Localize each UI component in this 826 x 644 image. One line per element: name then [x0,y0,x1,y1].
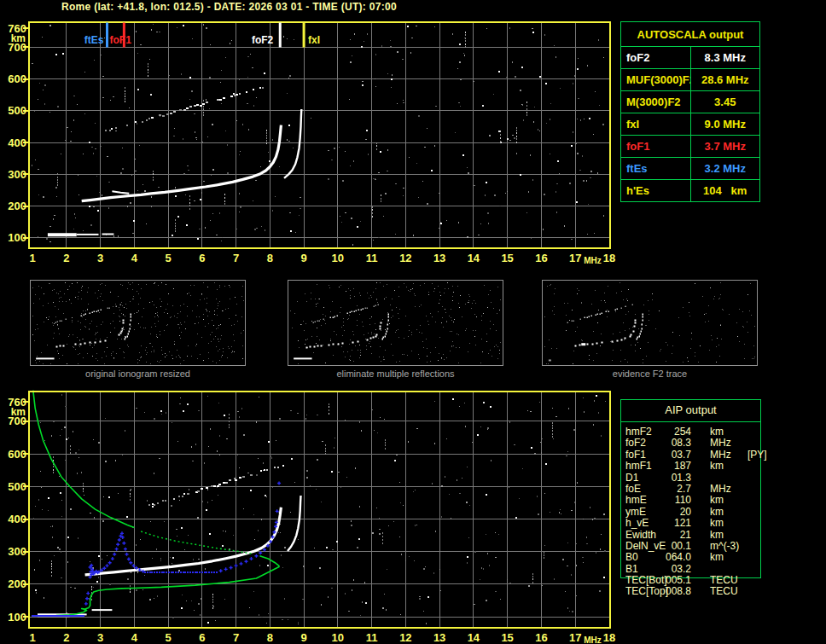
autoscala-row-MUF(3000)F2: MUF(3000)F228.6 MHz [621,69,760,91]
autoscala-row-ftEs: ftEs3.2 MHz [621,158,760,180]
svg-text:MHz: MHz [584,256,602,265]
aip-row-TEC[Top]: TEC[Top]008.8TECU [625,586,822,597]
aip-header-divider [621,421,760,422]
svg-text:18: 18 [603,631,615,644]
thumbnail-original [31,281,246,366]
svg-text:4: 4 [131,631,138,644]
autoscala-row-foF2: foF28.3 MHz [621,47,760,69]
top-ionogram-plot: 100200300400500600700760km12345678910111… [8,22,615,265]
autoscala-output-table: AUTOSCALA output foF28.3 MHzMUF(3000)F22… [620,21,760,202]
aip-row-foE: foE2.7MHz [625,484,822,495]
aip-row-h_vE: h_vE121km [625,518,822,529]
svg-text:2: 2 [63,252,69,264]
svg-text:600: 600 [8,448,26,461]
aip-row-hmF2: hmF2254km [625,426,822,438]
autoscala-row-foF1: foF13.7 MHz [621,136,760,158]
axis-labels: 100200300400500600700760km12345678910111… [8,22,615,265]
marker-label-fxI: fxI [308,34,320,46]
noise-echoes [32,24,604,246]
autoscala-row-h'Es: h'Es104 km [621,180,760,202]
echo-traces [48,87,301,235]
axis-labels: 100200300400500600700760km12345678910111… [8,396,615,644]
aip-rows: hmF2254kmfoF208.3MHzfoF103.7MHz[PY]hmF11… [625,426,822,598]
aip-row-hmF1: hmF1187km [625,461,822,472]
svg-text:13: 13 [433,252,445,264]
svg-text:3: 3 [97,631,103,644]
svg-text:200: 200 [8,577,26,590]
aip-header: AIP output [620,403,761,416]
svg-text:500: 500 [8,104,26,117]
aip-row-foF1: foF103.7MHz[PY] [625,450,822,461]
svg-text:100: 100 [8,611,26,624]
thumbnail-caption-eliminate: eliminate multiple reflections [288,368,503,379]
svg-text:300: 300 [8,545,26,558]
svg-text:400: 400 [8,513,26,525]
svg-text:12: 12 [399,252,411,264]
svg-text:15: 15 [501,252,513,264]
svg-text:16: 16 [535,252,547,264]
svg-text:500: 500 [8,480,26,493]
svg-text:5: 5 [165,252,171,264]
electron-density-profile [33,391,280,616]
svg-text:9: 9 [300,252,306,264]
noise-echoes [33,394,606,624]
thumbnail-eliminate [288,281,503,366]
svg-text:14: 14 [468,252,480,264]
marker-label-ftEs: ftEs [84,34,104,46]
svg-text:300: 300 [8,168,26,181]
aip-row-D1: D101.3 [625,473,822,484]
thumbnail-evidence [543,281,758,366]
echo-traces [38,465,301,615]
aip-row-DelN_vE: DelN_vE00.1m^(-3) [625,541,822,552]
svg-text:MHz: MHz [584,635,602,644]
svg-text:10: 10 [332,252,344,264]
svg-text:10: 10 [332,631,344,644]
svg-text:18: 18 [603,252,615,264]
plot-frame [29,22,610,248]
svg-text:11: 11 [366,252,378,264]
svg-text:1: 1 [29,252,35,264]
svg-text:15: 15 [501,631,513,644]
svg-text:12: 12 [399,631,411,644]
svg-text:17: 17 [569,252,581,264]
aip-row-TEC[Bot]: TEC[Bot]005.1TECU [625,575,822,586]
thumbnail-caption-original: original ionogram resized [30,368,246,379]
svg-text:6: 6 [199,252,205,264]
thumbnail-caption-evidence: evidence F2 trace [542,368,758,379]
svg-text:2: 2 [63,631,69,644]
aip-row-B0: B0064.0km [625,552,822,563]
grid [30,23,609,247]
svg-text:13: 13 [433,631,445,644]
svg-text:6: 6 [199,631,205,644]
svg-text:3: 3 [97,252,103,264]
svg-text:8: 8 [267,252,273,264]
svg-text:km: km [11,32,26,44]
autoscala-window: Rome (lat: +41.8, lon: 012.5) - DATE: 20… [0,0,826,644]
aip-row-hmE: hmE110km [625,495,822,506]
svg-text:400: 400 [8,136,26,149]
svg-text:km: km [11,406,26,418]
svg-text:7: 7 [233,631,239,644]
svg-text:9: 9 [300,631,306,644]
svg-text:5: 5 [165,631,171,644]
svg-text:7: 7 [233,252,239,264]
svg-text:1: 1 [29,631,35,644]
svg-text:17: 17 [569,631,581,644]
aip-row-B1: B103.2 [625,564,822,575]
svg-text:14: 14 [468,631,480,644]
marker-label-foF2: foF2 [252,34,274,46]
svg-text:200: 200 [8,200,26,212]
bottom-ionogram-plot: 100200300400500600700760km12345678910111… [8,391,615,644]
autoscala-header: AUTOSCALA output [621,22,760,47]
autoscala-row-fxI: fxI9.0 MHz [621,113,760,136]
svg-text:4: 4 [131,252,138,264]
svg-text:11: 11 [366,631,378,644]
svg-text:16: 16 [535,631,547,644]
aip-row-ymE: ymE20km [625,507,822,518]
plot-frame [29,392,610,628]
svg-text:100: 100 [8,231,26,244]
marker-label-foF1: foF1 [109,34,131,46]
svg-text:600: 600 [8,73,26,85]
aip-row-Ewidth: Ewidth21km [625,530,822,541]
svg-text:8: 8 [267,631,273,644]
